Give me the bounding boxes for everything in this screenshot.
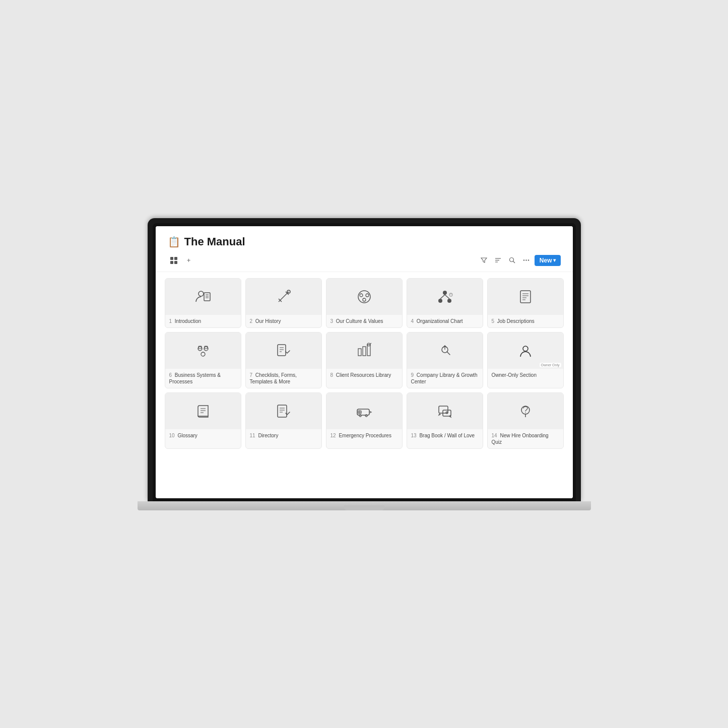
- chevron-down-icon: ▾: [553, 257, 556, 263]
- svg-point-26: [438, 299, 442, 303]
- card-culture-values[interactable]: 3 Our Culture & Values: [326, 278, 403, 328]
- card-preview-introduction: [165, 279, 241, 315]
- card-preview-brag-book: [407, 393, 483, 429]
- svg-line-28: [440, 295, 445, 299]
- search-icon[interactable]: [506, 254, 518, 267]
- screen: 📋 The Manual: [156, 226, 573, 498]
- card-preview-directory: [246, 393, 321, 429]
- svg-point-38: [201, 352, 205, 356]
- laptop-wrapper: 📋 The Manual: [148, 218, 581, 510]
- card-our-history[interactable]: 2 Our History: [245, 278, 322, 328]
- card-footer-org-chart: 4 Organizational Chart: [407, 315, 483, 327]
- filter-icon[interactable]: [478, 254, 490, 267]
- card-preview-checklists: [246, 333, 321, 369]
- new-label: New: [540, 257, 552, 264]
- grid-view-icon[interactable]: [168, 254, 180, 267]
- page-title: The Manual: [184, 235, 245, 248]
- card-footer-onboarding-quiz: 14 New Hire Onboarding Quiz: [488, 429, 563, 448]
- grid-container: 1 Introduction: [156, 272, 573, 498]
- svg-point-11: [528, 259, 529, 260]
- card-footer-business-systems: 6 Business Systems & Processes: [165, 369, 241, 388]
- add-icon[interactable]: +: [183, 254, 195, 267]
- svg-point-22: [360, 294, 363, 297]
- card-preview-job-descriptions: [488, 279, 563, 315]
- screen-bezel: 📋 The Manual: [153, 223, 576, 501]
- owner-only-badge: Owner Only: [540, 363, 561, 367]
- new-button[interactable]: New ▾: [535, 255, 561, 266]
- app-header: 📋 The Manual: [156, 226, 573, 272]
- svg-point-25: [443, 291, 447, 295]
- card-footer-company-library: 9 Company Library & Growth Center: [407, 369, 483, 388]
- card-preview-owner-only: Owner Only: [488, 333, 563, 369]
- svg-point-72: [525, 412, 526, 413]
- more-icon[interactable]: [520, 254, 533, 267]
- cards-grid: 1 Introduction: [165, 278, 564, 449]
- svg-line-49: [370, 343, 371, 344]
- card-footer-owner-only: Owner-Only Section: [488, 369, 563, 381]
- toolbar: +: [168, 252, 561, 269]
- svg-line-29: [445, 295, 449, 299]
- card-preview-business-systems: [165, 333, 241, 369]
- svg-rect-46: [363, 347, 366, 356]
- svg-rect-2: [170, 261, 173, 264]
- svg-rect-13: [204, 293, 210, 301]
- card-preview-company-library: [407, 333, 483, 369]
- svg-rect-1: [174, 257, 177, 260]
- svg-point-7: [510, 258, 514, 262]
- svg-rect-41: [278, 345, 286, 356]
- add-label: +: [187, 256, 191, 264]
- card-footer-emergency: 12 Emergency Procedures: [326, 429, 402, 442]
- sort-icon[interactable]: [492, 254, 504, 267]
- card-footer-checklists: 7 Checklists, Forms, Templates & More: [246, 369, 321, 388]
- svg-point-12: [198, 291, 204, 296]
- card-directory[interactable]: 11 Directory: [245, 392, 322, 449]
- card-checklists[interactable]: 7 Checklists, Forms, Templates & More: [245, 332, 322, 388]
- svg-point-10: [526, 259, 527, 260]
- card-owner-only[interactable]: Owner Only Owner-Only Section: [487, 332, 564, 388]
- svg-point-27: [447, 299, 451, 303]
- card-footer-culture: 3 Our Culture & Values: [326, 315, 402, 327]
- card-brag-book[interactable]: 13 Brag Book / Wall of Love: [407, 392, 483, 449]
- svg-rect-3: [174, 261, 177, 264]
- svg-rect-66: [439, 406, 448, 413]
- card-footer-job-descriptions: 5 Job Descriptions: [488, 315, 563, 327]
- card-footer-our-history: 2 Our History: [246, 315, 321, 327]
- card-company-library[interactable]: 9 Company Library & Growth Center: [407, 332, 483, 388]
- card-preview-onboarding-quiz: [488, 393, 563, 429]
- card-preview-culture: [326, 279, 402, 315]
- app-container: 📋 The Manual: [156, 226, 573, 498]
- svg-rect-56: [278, 405, 287, 417]
- card-preview-glossary: [165, 393, 241, 429]
- svg-point-9: [523, 259, 524, 260]
- svg-rect-31: [520, 291, 531, 303]
- card-footer-glossary: 10 Glossary: [165, 429, 241, 442]
- card-org-chart[interactable]: 4 Organizational Chart: [407, 278, 483, 328]
- svg-point-65: [365, 415, 367, 417]
- app-title: 📋 The Manual: [168, 235, 561, 248]
- card-client-resources[interactable]: 8 Client Resources Library: [326, 332, 403, 388]
- laptop-lid: 📋 The Manual: [148, 218, 581, 501]
- card-introduction[interactable]: 1 Introduction: [165, 278, 241, 328]
- svg-point-52: [523, 346, 528, 351]
- svg-rect-0: [170, 257, 173, 260]
- card-emergency[interactable]: 12 Emergency Procedures: [326, 392, 403, 449]
- card-glossary[interactable]: 10 Glossary: [165, 392, 241, 449]
- card-footer-directory: 11 Directory: [246, 429, 321, 442]
- toolbar-actions: New ▾: [478, 254, 561, 267]
- card-preview-client-resources: [326, 333, 402, 369]
- card-preview-org-chart: [407, 279, 483, 315]
- card-footer-introduction: 1 Introduction: [165, 315, 241, 327]
- manual-icon: 📋: [168, 236, 180, 248]
- card-onboarding-quiz[interactable]: 14 New Hire Onboarding Quiz: [487, 392, 564, 449]
- card-footer-client-resources: 8 Client Resources Library: [326, 369, 402, 381]
- svg-point-23: [366, 294, 369, 297]
- svg-point-64: [359, 415, 361, 417]
- laptop-base: [138, 501, 591, 510]
- card-business-systems[interactable]: 6 Business Systems & Processes: [165, 332, 241, 388]
- card-preview-emergency: [326, 393, 402, 429]
- card-job-descriptions[interactable]: 5 Job Descriptions: [487, 278, 564, 328]
- svg-line-8: [513, 261, 515, 263]
- card-preview-our-history: [246, 279, 321, 315]
- svg-rect-45: [358, 349, 361, 356]
- card-footer-brag-book: 13 Brag Book / Wall of Love: [407, 429, 483, 442]
